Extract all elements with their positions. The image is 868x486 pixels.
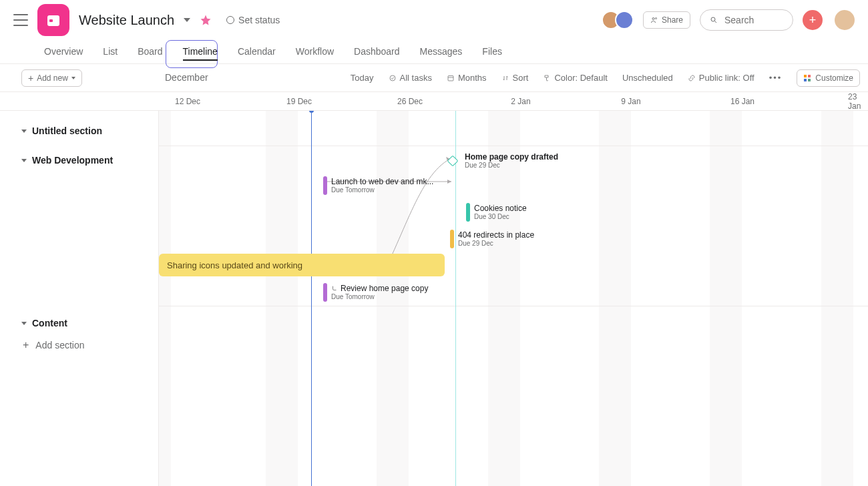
chevron-down-icon [71, 77, 75, 79]
subtask-icon [331, 285, 338, 292]
add-section-button[interactable]: + Add section [0, 334, 158, 356]
link-icon [688, 74, 696, 82]
today-button[interactable]: Today [351, 73, 374, 83]
tab-files[interactable]: Files [479, 46, 505, 63]
timeline-grid[interactable]: Home page copy drafted Due 29 Dec Launch… [159, 111, 868, 486]
svg-rect-10 [808, 75, 811, 77]
people-icon [650, 16, 658, 24]
set-status-button[interactable]: Set status [221, 12, 285, 28]
search-box[interactable] [700, 9, 793, 31]
chevron-down-icon [21, 159, 27, 162]
sort-icon [501, 74, 509, 82]
task-pill [323, 176, 327, 195]
search-input[interactable] [723, 14, 777, 26]
date-tick: 16 Jan [730, 97, 754, 106]
add-new-label: Add new [37, 73, 68, 83]
svg-rect-11 [804, 79, 807, 81]
project-caret-icon[interactable] [184, 18, 190, 22]
menu-icon[interactable] [13, 14, 28, 26]
tab-board[interactable]: Board [135, 46, 165, 63]
public-link-button[interactable]: Public link: Off [688, 73, 754, 83]
more-menu[interactable]: ••• [769, 73, 783, 83]
today-marker [311, 111, 312, 486]
chevron-down-icon [21, 322, 27, 325]
date-tick: 26 Dec [397, 97, 423, 106]
task-bar-sharing[interactable]: Sharing icons updated and working [159, 254, 445, 276]
month-label: December [165, 72, 208, 83]
share-button[interactable]: Share [643, 11, 690, 29]
status-circle-icon [226, 16, 234, 24]
svg-rect-0 [47, 15, 59, 26]
sort-button[interactable]: Sort [501, 73, 529, 83]
svg-rect-1 [49, 19, 53, 22]
task-pill [466, 203, 470, 222]
task-cookies[interactable]: Cookies notice Due 30 Dec [466, 203, 527, 222]
tab-dashboard[interactable]: Dashboard [351, 46, 403, 63]
svg-rect-9 [804, 75, 807, 77]
share-label: Share [662, 15, 683, 25]
date-tick: 12 Dec [175, 97, 200, 106]
svg-point-6 [390, 75, 395, 81]
add-new-button[interactable]: + Add new [21, 69, 82, 87]
search-icon [710, 16, 718, 24]
svg-line-5 [715, 21, 717, 23]
task-launch[interactable]: Launch to web dev and mk... Due Tomorrow [323, 176, 433, 195]
paint-icon [543, 74, 551, 82]
date-tick: 19 Dec [286, 97, 312, 106]
tab-timeline[interactable]: Timeline [180, 46, 220, 63]
tab-overview[interactable]: Overview [41, 46, 85, 63]
project-icon[interactable] [37, 4, 69, 36]
user-avatar[interactable] [835, 10, 855, 30]
section-divider [159, 146, 868, 146]
chevron-down-icon [21, 130, 27, 133]
tab-workflow[interactable]: Workflow [293, 46, 337, 63]
calendar-glyph-icon [45, 12, 61, 28]
section-webdev[interactable]: Web Development [0, 150, 158, 171]
color-button[interactable]: Color: Default [543, 73, 607, 83]
task-milestone-home-copy[interactable]: Home page copy drafted Due 29 Dec [449, 152, 558, 170]
project-title[interactable]: Website Launch [79, 13, 174, 28]
status-label: Set status [238, 15, 280, 25]
task-redirects[interactable]: 404 redirects in place Due 29 Dec [450, 230, 534, 248]
milestone-diamond-icon [447, 156, 459, 167]
svg-point-4 [711, 17, 715, 21]
global-add-button[interactable]: + [803, 10, 823, 30]
check-circle-icon [389, 74, 397, 82]
svg-rect-7 [448, 75, 453, 81]
task-review[interactable]: Review home page copy Due Tomorrow [323, 283, 428, 302]
tab-calendar[interactable]: Calendar [235, 46, 278, 63]
zoom-months[interactable]: Months [447, 73, 487, 83]
section-content[interactable]: Content [0, 312, 158, 334]
tab-list[interactable]: List [100, 46, 120, 63]
svg-point-3 [655, 18, 656, 19]
topbar: Website Launch Set status Share + [0, 0, 868, 40]
task-pill [450, 230, 454, 248]
tab-messages[interactable]: Messages [417, 46, 465, 63]
date-tick: 23 Jan [848, 92, 861, 111]
collaborator-avatars[interactable] [607, 11, 634, 29]
date-header: 12 Dec 19 Dec 26 Dec 2 Jan 9 Jan 16 Jan … [0, 92, 868, 111]
unscheduled-button[interactable]: Unscheduled [622, 73, 673, 83]
date-tick: 9 Jan [621, 97, 640, 106]
svg-point-2 [652, 18, 654, 20]
task-pill [323, 283, 327, 302]
calendar-small-icon [447, 74, 455, 82]
sections-sidebar: Untitled section Web Development Content… [0, 111, 159, 486]
project-tabs: Overview List Board Timeline Calendar Wo… [0, 40, 868, 64]
section-divider [159, 306, 868, 306]
timeline-toolbar: + Add new December Today All tasks Month… [0, 64, 868, 92]
date-tick: 2 Jan [511, 97, 530, 106]
svg-rect-12 [808, 79, 811, 81]
section-untitled[interactable]: Untitled section [0, 120, 158, 142]
grid-icon [803, 74, 811, 82]
timeline-body: Untitled section Web Development Content… [0, 111, 868, 486]
star-icon[interactable] [200, 14, 212, 26]
filter-all-tasks[interactable]: All tasks [389, 73, 432, 83]
customize-button[interactable]: Customize [797, 69, 860, 87]
avatar[interactable] [615, 11, 634, 29]
